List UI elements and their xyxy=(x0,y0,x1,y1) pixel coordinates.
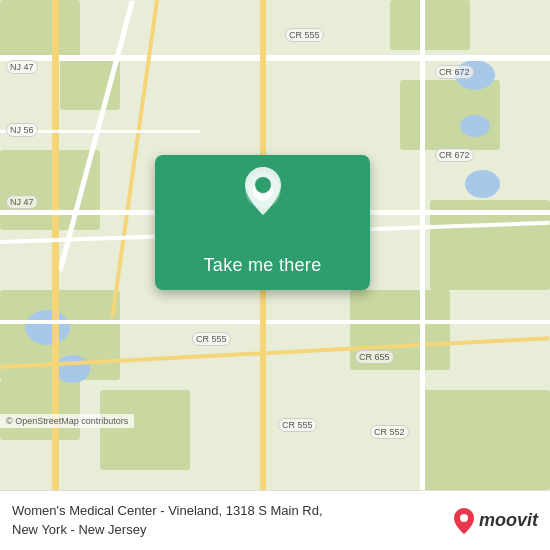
label-nj47-top: NJ 47 xyxy=(6,60,38,74)
osm-credit-text: © OpenStreetMap contributors xyxy=(6,416,128,426)
location-pin-icon-main xyxy=(241,165,285,217)
label-nj47-mid: NJ 47 xyxy=(6,195,38,209)
map-container: NJ 47 NJ 47 NJ 56 CR 555 CR 555 CR 555 C… xyxy=(0,0,550,490)
road-vertical-right xyxy=(420,0,425,490)
water-body xyxy=(465,170,500,198)
label-cr555-top: CR 555 xyxy=(285,28,324,42)
svg-point-4 xyxy=(460,514,468,522)
road-horizontal-lower xyxy=(0,320,550,324)
water-body xyxy=(55,355,90,383)
green-area xyxy=(0,0,80,60)
moovit-text: moovit xyxy=(479,510,538,531)
green-area xyxy=(100,390,190,470)
water-body xyxy=(25,310,70,345)
water-body xyxy=(460,115,490,137)
destination-location: New York - New Jersey xyxy=(12,522,146,537)
take-me-there-label: Take me there xyxy=(204,255,322,276)
label-cr552: CR 552 xyxy=(370,425,409,439)
take-me-there-button[interactable]: Take me there xyxy=(155,155,370,290)
label-cr655: CR 655 xyxy=(355,350,394,364)
label-cr555-bottom: CR 555 xyxy=(278,418,317,432)
label-nj56: NJ 56 xyxy=(6,123,38,137)
label-cr555-lower: CR 555 xyxy=(192,332,231,346)
green-area xyxy=(0,150,100,230)
green-area xyxy=(420,390,550,490)
moovit-pin-icon xyxy=(453,507,475,535)
green-area xyxy=(400,80,500,150)
info-bar: Women's Medical Center - Vineland, 1318 … xyxy=(0,490,550,550)
road-horizontal-top xyxy=(0,55,550,61)
osm-credit: © OpenStreetMap contributors xyxy=(0,414,134,428)
destination-info: Women's Medical Center - Vineland, 1318 … xyxy=(12,502,453,538)
green-area xyxy=(390,0,470,50)
moovit-logo: moovit xyxy=(453,507,538,535)
label-cr672-top: CR 672 xyxy=(435,65,474,79)
svg-point-3 xyxy=(255,177,271,193)
label-cr672-mid: CR 672 xyxy=(435,148,474,162)
destination-name: Women's Medical Center - Vineland, 1318 … xyxy=(12,503,323,518)
green-area xyxy=(0,380,80,440)
